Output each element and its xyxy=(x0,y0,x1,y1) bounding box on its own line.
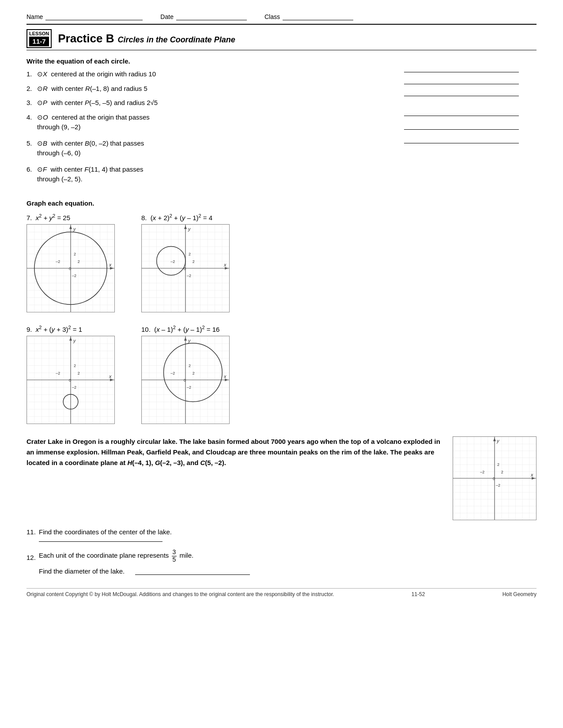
write-section-title: Write the equation of each circle. xyxy=(26,57,537,65)
grid-svg-7: y x 2 –2 –2 2 0 xyxy=(27,225,114,312)
q11-num: 11. xyxy=(26,527,39,537)
grid-svg-word: y x 2 –2 –2 2 0 xyxy=(453,437,536,520)
answer-line-1 xyxy=(404,72,519,72)
fraction-numerator: 3 xyxy=(172,549,177,556)
graph-item-10: 10. (x – 1)2 + (y – 1)2 = 16 y x 2 –2 xyxy=(141,325,230,424)
graph-row-1: 7. x2 + y2 = 25 y x xyxy=(26,213,537,312)
header-row: Name Date Class xyxy=(26,13,537,20)
footer-page: 11-52 xyxy=(334,591,503,597)
svg-text:–2: –2 xyxy=(72,273,76,278)
svg-text:–2: –2 xyxy=(496,483,500,487)
fraction-3-5: 3 5 xyxy=(172,549,177,563)
word-problem-text: Crater Lake in Oregon is a roughly circu… xyxy=(26,436,444,520)
problem-4-num: 4. xyxy=(26,113,37,123)
answer-line-4 xyxy=(404,116,519,116)
footer-book: Holt Geometry xyxy=(503,591,537,597)
q11-answer-line xyxy=(39,541,162,542)
grid-svg-8: y x 2 –2 –2 2 0 xyxy=(142,225,229,312)
grid-word: y x 2 –2 –2 2 0 xyxy=(453,436,537,520)
svg-text:x: x xyxy=(530,472,533,477)
svg-text:2: 2 xyxy=(74,252,76,256)
svg-text:y: y xyxy=(496,438,499,443)
graph-label-9: 9. x2 + (y + 3)2 = 1 xyxy=(26,325,82,333)
problem-2: 2. ⊙R with center R(–1, 8) and radius 5 xyxy=(26,84,395,94)
svg-text:2: 2 xyxy=(497,462,499,467)
svg-text:–2: –2 xyxy=(480,470,484,474)
svg-text:x: x xyxy=(223,374,227,379)
name-field: Name xyxy=(26,13,143,20)
answer-line-6 xyxy=(404,143,519,143)
grid-svg-9: y x 2 –2 –2 2 0 xyxy=(27,336,114,424)
svg-text:y: y xyxy=(73,226,76,232)
lesson-header: LESSON 11-7 Practice B Circles in the Co… xyxy=(26,29,537,48)
grid-7: y x 2 –2 –2 2 0 xyxy=(26,224,115,312)
problem-6-num: 6. xyxy=(26,165,37,175)
q12-num: 12. xyxy=(26,553,39,563)
q12-answer-line xyxy=(135,574,250,575)
svg-text:y: y xyxy=(188,226,191,232)
class-line xyxy=(283,20,353,20)
class-field: Class xyxy=(264,13,353,20)
svg-text:2: 2 xyxy=(74,364,76,368)
svg-text:2: 2 xyxy=(189,252,191,256)
problem-6-text: ⊙F with center F(11, 4) that passesthrou… xyxy=(37,165,395,184)
word-problems-below: 11. Find the coordinates of the center o… xyxy=(26,527,537,575)
q12-text: Each unit of the coordinate plane repres… xyxy=(39,549,537,563)
problems-write: 1. ⊙X centered at the origin with radius… xyxy=(26,69,537,191)
graph-section-title: Graph each equation. xyxy=(26,199,537,207)
problem-2-num: 2. xyxy=(26,84,37,94)
graph-row-2: 9. x2 + (y + 3)2 = 1 y x 2 –2 –2 xyxy=(26,325,537,424)
q11-text: Find the coordinates of the center of th… xyxy=(39,527,537,537)
svg-text:0: 0 xyxy=(69,266,71,271)
grid-8: y x 2 –2 –2 2 0 xyxy=(141,224,230,312)
problem-4: 4. ⊙O centered at the origin that passes… xyxy=(26,113,395,132)
problem-6: 6. ⊙F with center F(11, 4) that passesth… xyxy=(26,165,395,184)
lesson-number: 11-7 xyxy=(29,37,49,46)
svg-text:y: y xyxy=(73,338,76,343)
subtitle: Circles in the Coordinate Plane xyxy=(118,35,235,44)
name-line xyxy=(45,20,143,20)
graph-item-8: 8. (x + 2)2 + (y – 1)2 = 4 y x 2 –2 – xyxy=(141,213,230,312)
answer-line-3 xyxy=(404,96,519,96)
graph-label-7: 7. x2 + y2 = 25 xyxy=(26,213,70,221)
answer-line-2 xyxy=(404,84,519,84)
problem-3-num: 3. xyxy=(26,98,37,108)
svg-text:–2: –2 xyxy=(187,273,191,278)
problem-3-text: ⊙P with center P(–5, –5) and radius 2√5 xyxy=(37,98,395,108)
problem-5-num: 5. xyxy=(26,139,37,149)
svg-text:0: 0 xyxy=(493,477,495,481)
svg-text:–2: –2 xyxy=(170,259,175,264)
grid-9: y x 2 –2 –2 2 0 xyxy=(26,336,115,424)
title-group: Practice B Circles in the Coordinate Pla… xyxy=(58,32,235,45)
graph-label-10: 10. (x – 1)2 + (y – 1)2 = 16 xyxy=(141,325,219,333)
graph-item-7: 7. x2 + y2 = 25 y x xyxy=(26,213,115,312)
graph-section: Graph each equation. 7. x2 + y2 = 25 xyxy=(26,199,537,424)
footer-row: Original content Copyright © by Holt McD… xyxy=(26,591,537,597)
problem-3: 3. ⊙P with center P(–5, –5) and radius 2… xyxy=(26,98,395,108)
svg-text:x: x xyxy=(109,374,112,379)
top-divider xyxy=(26,24,537,25)
svg-text:y: y xyxy=(188,338,191,343)
svg-text:x: x xyxy=(109,262,112,267)
svg-text:–2: –2 xyxy=(170,371,175,375)
lesson-box: LESSON 11-7 xyxy=(26,29,52,48)
grid-svg-10: y x 2 –2 –2 2 0 xyxy=(142,336,229,424)
svg-text:2: 2 xyxy=(193,259,195,264)
grid-10: y x 2 –2 –2 2 0 xyxy=(141,336,230,424)
problem-1-text: ⊙X centered at the origin with radius 10 xyxy=(37,69,395,79)
svg-text:2: 2 xyxy=(189,364,191,368)
q12-sub-text: Find the diameter of the lake. xyxy=(39,567,537,575)
class-label: Class xyxy=(264,13,280,20)
date-label: Date xyxy=(160,13,174,20)
svg-text:2: 2 xyxy=(78,371,80,375)
svg-text:–2: –2 xyxy=(56,259,60,264)
answer-line-5 xyxy=(404,129,519,130)
svg-text:2: 2 xyxy=(193,371,195,375)
svg-text:–2: –2 xyxy=(56,371,60,375)
word-graph: y x 2 –2 –2 2 0 xyxy=(453,436,537,520)
date-line xyxy=(176,20,247,20)
svg-text:2: 2 xyxy=(501,470,503,474)
word-problem: Crater Lake in Oregon is a roughly circu… xyxy=(26,436,537,520)
fraction-denominator: 5 xyxy=(172,556,177,563)
practice-title: Practice B xyxy=(58,32,114,45)
